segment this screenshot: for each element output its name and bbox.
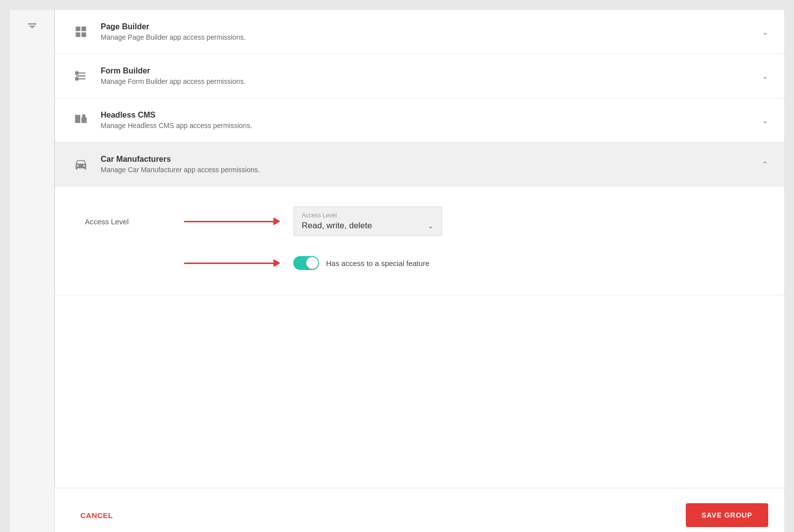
- svg-rect-3: [81, 117, 87, 123]
- special-feature-row: Has access to a special feature: [85, 256, 754, 270]
- page-builder-icon: [71, 22, 91, 42]
- permission-item-headless-cms[interactable]: Headless CMS Manage Headless CMS app acc…: [55, 98, 784, 142]
- svg-point-4: [82, 114, 85, 118]
- headless-cms-title: Headless CMS: [101, 111, 752, 120]
- form-builder-title: Form Builder: [101, 66, 752, 75]
- page-container: Page Builder Manage Page Builder app acc…: [10, 10, 784, 532]
- save-group-button[interactable]: SAVE GROUP: [686, 503, 768, 527]
- arrow-head-1: [273, 217, 280, 225]
- headless-cms-text: Headless CMS Manage Headless CMS app acc…: [101, 111, 752, 130]
- arrow-line-2: [184, 263, 273, 264]
- car-manufacturers-text: Car Manufacturers Manage Car Manufacture…: [101, 155, 752, 174]
- permission-item-car-manufacturers[interactable]: Car Manufacturers Manage Car Manufacture…: [55, 142, 784, 187]
- dropdown-value: Read, write, delete ⌄: [302, 221, 434, 231]
- svg-rect-0: [75, 71, 78, 75]
- form-builder-chevron: ⌄: [762, 71, 768, 81]
- sidebar: [10, 10, 55, 532]
- arrow-to-dropdown: [184, 216, 293, 226]
- arrow-head-2: [273, 259, 280, 267]
- dropdown-value-text: Read, write, delete: [302, 221, 372, 231]
- dropdown-chevron-icon: ⌄: [428, 222, 434, 230]
- car-manufacturers-title: Car Manufacturers: [101, 155, 752, 164]
- footer: CANCEL SAVE GROUP: [55, 488, 784, 532]
- form-builder-desc: Manage Form Builder app access permissio…: [101, 77, 752, 85]
- dropdown-label: Access Level: [302, 212, 434, 219]
- headless-cms-icon: [71, 110, 91, 130]
- permissions-list: Page Builder Manage Page Builder app acc…: [55, 10, 784, 488]
- page-builder-text: Page Builder Manage Page Builder app acc…: [101, 22, 752, 41]
- arrow-to-toggle: [184, 258, 293, 268]
- toggle-knob: [306, 257, 318, 269]
- access-level-row: Access Level Access Level Read, write, d…: [85, 206, 754, 236]
- page-builder-title: Page Builder: [101, 22, 752, 31]
- car-manufacturers-desc: Manage Car Manufacturer app access permi…: [101, 166, 752, 174]
- car-manufacturers-icon: [71, 154, 91, 174]
- access-level-label: Access Level: [85, 217, 184, 226]
- cancel-button[interactable]: CANCEL: [70, 506, 123, 525]
- car-manufacturers-chevron: ⌃: [762, 160, 768, 169]
- access-level-dropdown[interactable]: Access Level Read, write, delete ⌄: [293, 206, 442, 236]
- car-manufacturers-expanded-content: Access Level Access Level Read, write, d…: [55, 187, 784, 295]
- special-feature-toggle[interactable]: [293, 256, 319, 270]
- svg-rect-1: [75, 77, 78, 80]
- red-arrow-1: [184, 216, 283, 226]
- main-content: Page Builder Manage Page Builder app acc…: [55, 10, 784, 532]
- form-builder-icon: [71, 66, 91, 86]
- special-feature-toggle-container: Has access to a special feature: [293, 256, 429, 270]
- red-arrow-2: [184, 258, 283, 268]
- page-builder-desc: Manage Page Builder app access permissio…: [101, 33, 752, 41]
- permission-item-page-builder[interactable]: Page Builder Manage Page Builder app acc…: [55, 10, 784, 54]
- page-builder-chevron: ⌄: [762, 27, 768, 37]
- headless-cms-desc: Manage Headless CMS app access permissio…: [101, 122, 752, 130]
- form-builder-text: Form Builder Manage Form Builder app acc…: [101, 66, 752, 85]
- arrow-line-1: [184, 221, 273, 222]
- headless-cms-chevron: ⌄: [762, 116, 768, 125]
- filter-icon[interactable]: [27, 20, 38, 33]
- toggle-label: Has access to a special feature: [326, 259, 429, 267]
- permission-item-form-builder[interactable]: Form Builder Manage Form Builder app acc…: [55, 54, 784, 98]
- svg-rect-2: [75, 115, 80, 123]
